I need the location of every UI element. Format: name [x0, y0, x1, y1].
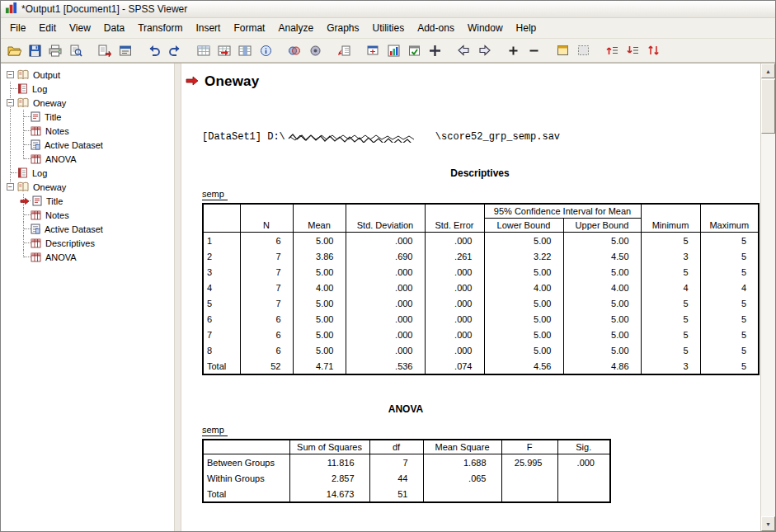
print-button[interactable]	[45, 40, 65, 60]
tree-item-descriptives-2[interactable]: Descriptives	[4, 236, 174, 250]
tree-item-active-dataset-2[interactable]: Active Dataset	[4, 222, 174, 236]
edit-chart-button[interactable]	[383, 40, 403, 60]
expander-minus-icon[interactable]	[4, 68, 17, 82]
column-header: Lower Bound	[484, 219, 563, 233]
collapse-outline-button[interactable]	[524, 40, 543, 60]
spss-viewer-window: *Output1 [Document1] - SPSS Viewer File …	[0, 0, 776, 532]
menu-item-graphs[interactable]: Graphs	[320, 20, 365, 36]
menu-item-data[interactable]: Data	[97, 20, 131, 36]
toolbar	[1, 39, 775, 63]
variables-button[interactable]	[235, 40, 255, 60]
menu-item-insert[interactable]: Insert	[189, 20, 227, 36]
cell	[501, 470, 557, 486]
expand-outline-button[interactable]	[503, 40, 523, 60]
cell: 4.00	[563, 280, 641, 295]
pane-splitter[interactable]	[174, 64, 181, 531]
information-button[interactable]	[256, 40, 275, 60]
title-bar[interactable]: *Output1 [Document1] - SPSS Viewer	[1, 1, 775, 18]
tree-item-oneway-2[interactable]: Oneway	[4, 180, 174, 194]
run-script-button[interactable]	[305, 40, 325, 60]
next-object-button[interactable]	[474, 40, 494, 60]
tree-item-title[interactable]: Title	[4, 110, 174, 124]
cell: 5	[641, 295, 700, 311]
cell: 5.00	[563, 264, 641, 280]
tree-item-anova-2[interactable]: ANOVA	[4, 250, 174, 264]
menu-item-edit[interactable]: Edit	[32, 20, 63, 36]
column-header: Sum of Squares	[289, 440, 369, 454]
move-outline-button[interactable]	[643, 40, 663, 60]
demote-outline-button[interactable]	[623, 40, 642, 60]
tree-item-log[interactable]: Log	[4, 82, 174, 96]
tree-connector	[4, 138, 17, 152]
open-file-button[interactable]	[4, 40, 24, 60]
anova-table[interactable]: Sum of Squares df Mean Square F Sig.	[202, 439, 611, 503]
cell: 2.857	[289, 470, 369, 486]
tree-item-output[interactable]: Output	[4, 68, 174, 82]
export-output-button[interactable]	[95, 40, 115, 60]
promote-outline-button[interactable]	[602, 40, 622, 60]
tree-spacer	[4, 194, 17, 208]
tree-item-active-dataset[interactable]: Active Dataset	[4, 138, 174, 152]
log-icon	[17, 167, 28, 178]
tree-item-log-2[interactable]: Log	[4, 166, 174, 180]
tree-item-anova[interactable]: ANOVA	[4, 152, 174, 166]
designate-window-button[interactable]	[404, 40, 424, 60]
goto-data-button[interactable]	[194, 40, 214, 60]
cell: 5.00	[293, 233, 346, 249]
use-sets-button[interactable]	[285, 40, 304, 60]
tree-spacer	[4, 236, 17, 250]
toolbar-separator	[445, 42, 453, 59]
hide-object-button[interactable]	[573, 40, 593, 60]
tree-item-label: Title	[43, 112, 63, 122]
tree-item-notes[interactable]: Notes	[4, 124, 174, 138]
menu-item-view[interactable]: View	[63, 20, 97, 36]
previous-object-button[interactable]	[454, 40, 473, 60]
recall-dialog-button[interactable]	[115, 40, 135, 60]
select-last-output-button[interactable]	[334, 40, 354, 60]
menu-item-addons[interactable]: Add-ons	[411, 20, 461, 36]
cell: 6	[240, 327, 293, 342]
tree-item-label: ANOVA	[44, 154, 78, 164]
table-row: 4 7 4.00 .000 .000 4.00 4.00 4 4	[203, 280, 759, 295]
anova-title: ANOVA	[202, 403, 609, 415]
cell: .000	[346, 295, 425, 311]
redo-button[interactable]	[165, 40, 185, 60]
scrollbar-thumb[interactable]	[761, 79, 775, 134]
scrollbar-track[interactable]	[761, 134, 775, 516]
goto-case-button[interactable]	[214, 40, 234, 60]
show-object-button[interactable]	[553, 40, 572, 60]
tree-item-label: Active Dataset	[43, 224, 105, 234]
tree-item-title-2[interactable]: Title	[4, 194, 174, 208]
insert-new-button[interactable]	[425, 40, 444, 60]
notes-icon	[31, 210, 41, 220]
expander-minus-icon[interactable]	[4, 180, 17, 194]
row-label: 3	[203, 264, 240, 280]
expander-minus-icon[interactable]	[4, 96, 17, 110]
print-preview-button[interactable]	[66, 40, 86, 60]
cell: .000	[346, 280, 425, 295]
vertical-scrollbar[interactable]: ▲ ▼	[760, 64, 775, 531]
menu-item-window[interactable]: Window	[461, 20, 510, 36]
menu-item-utilities[interactable]: Utilities	[366, 20, 412, 36]
column-header: Upper Bound	[563, 219, 641, 233]
cell: 1.688	[423, 454, 501, 471]
output-heading: Oneway	[186, 73, 754, 90]
scroll-up-button[interactable]: ▲	[761, 64, 775, 78]
descriptives-table[interactable]: N Mean Std. Deviation Std. Error 95% Con…	[202, 203, 760, 375]
cell	[557, 486, 610, 502]
cell: 5	[700, 248, 759, 264]
cell: 7	[369, 454, 423, 471]
menu-item-analyze[interactable]: Analyze	[271, 20, 320, 36]
menu-item-file[interactable]: File	[3, 20, 32, 36]
activate-pivot-button[interactable]	[363, 40, 383, 60]
undo-button[interactable]	[144, 40, 164, 60]
scroll-down-button[interactable]: ▼	[761, 516, 775, 531]
save-button[interactable]	[25, 40, 45, 60]
menu-item-help[interactable]: Help	[510, 20, 543, 36]
title-icon	[31, 111, 40, 122]
tree-item-notes-2[interactable]: Notes	[4, 208, 174, 222]
table-row: Between Groups 11.816 7 1.688 25.995 .00…	[203, 454, 610, 471]
menu-item-transform[interactable]: Transform	[131, 20, 189, 36]
menu-item-format[interactable]: Format	[227, 20, 271, 36]
tree-item-oneway[interactable]: Oneway	[4, 96, 174, 110]
